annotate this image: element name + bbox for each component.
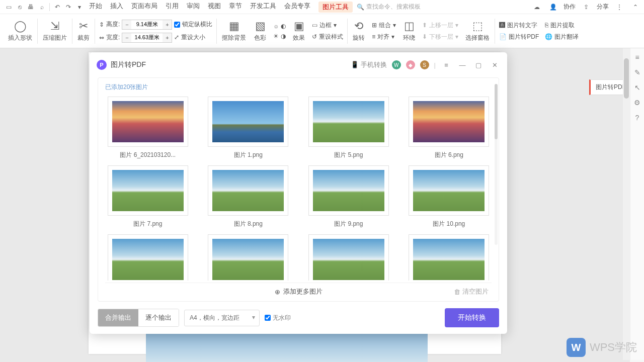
brightness-icon[interactable]: ☼ xyxy=(273,23,279,30)
print-preview-icon[interactable]: ⎋ xyxy=(14,2,25,13)
width-input[interactable]: −+ xyxy=(122,33,172,43)
collapse-icon[interactable]: ⌃ xyxy=(630,2,641,13)
right-rail: ≡ ✎ ↖ ⚙ ? xyxy=(630,48,644,360)
thumb-card[interactable]: 图片 10.png xyxy=(407,165,492,228)
wrap-button[interactable]: ◫环绕 xyxy=(399,16,419,46)
contrast-icon[interactable]: ◐ xyxy=(281,23,286,30)
dialog-scrollbar[interactable] xyxy=(495,84,498,245)
tab-image-tools[interactable]: 图片工具 xyxy=(318,2,353,13)
pic-to-pdf-button[interactable]: 📄 图片转PDF xyxy=(499,33,539,41)
border-button[interactable]: ▭ 边框 ▾ xyxy=(312,21,343,30)
thumb-card[interactable]: 图片 8.png xyxy=(206,165,291,228)
each-output-button[interactable]: 逐个输出 xyxy=(138,309,179,326)
rotate-button[interactable]: ⟲旋转 xyxy=(349,16,369,46)
tab-review[interactable]: 审阅 xyxy=(187,2,200,13)
pic-translate-button[interactable]: 🌐 图片翻译 xyxy=(545,33,579,41)
start-convert-button[interactable]: 开始转换 xyxy=(445,308,499,327)
thumb-card[interactable]: 图片 6.png xyxy=(407,97,492,159)
inc-button[interactable]: + xyxy=(163,20,172,29)
tab-view[interactable]: 视图 xyxy=(208,2,221,13)
tab-vip[interactable]: 会员专享 xyxy=(284,2,310,13)
contrast2-icon[interactable]: ◑ xyxy=(281,33,286,40)
thumb-card[interactable]: 图片 9.png xyxy=(306,165,391,228)
rail-help-icon[interactable]: ? xyxy=(635,114,639,122)
thumb-card[interactable] xyxy=(105,234,191,281)
rotate-icon: ⟲ xyxy=(354,20,363,33)
menu-icon[interactable]: ≡ xyxy=(441,61,452,69)
rail-settings-icon[interactable]: ⚙ xyxy=(634,99,640,107)
share-button[interactable]: 分享 xyxy=(597,3,609,11)
thumb-card[interactable] xyxy=(206,234,291,281)
add-icon: ⊕ xyxy=(275,288,280,296)
pic-to-text-button[interactable]: 🅰 图片转文字 xyxy=(499,21,539,30)
thumb-image xyxy=(413,101,485,142)
effect-button[interactable]: ▣效果 xyxy=(289,16,309,46)
height-field[interactable] xyxy=(131,22,163,28)
height-input[interactable]: −+ xyxy=(122,20,172,30)
move-down-button[interactable]: ⬇ 下移一层 ▾ xyxy=(422,33,458,41)
rail-collapse-icon[interactable]: ≡ xyxy=(635,53,639,61)
print-icon[interactable]: 🖶 xyxy=(25,2,36,13)
undo-icon[interactable]: ↶ xyxy=(52,2,63,13)
save-icon[interactable]: ▭ xyxy=(3,2,14,13)
merge-output-button[interactable]: 合并输出 xyxy=(98,309,138,326)
minimize-icon[interactable]: — xyxy=(457,61,468,69)
lock-ratio-checkbox[interactable] xyxy=(174,22,180,28)
cloud-icon[interactable]: ☁ xyxy=(531,2,542,13)
search-box[interactable]: 🔍 查找命令、搜索模板 xyxy=(357,3,421,11)
mobile-convert-button[interactable]: 📱 手机转换 xyxy=(351,60,387,69)
reset-size-button[interactable]: ⤢ 重设大小 xyxy=(174,33,205,42)
thumb-card[interactable] xyxy=(306,234,391,281)
redo-icon[interactable]: ↷ xyxy=(63,2,74,13)
rail-cursor-icon[interactable]: ↖ xyxy=(634,83,640,92)
more-icon[interactable]: ⋮ xyxy=(614,2,625,13)
vertical-scrollbar[interactable] xyxy=(623,48,630,360)
tab-ref[interactable]: 引用 xyxy=(166,2,179,13)
close-icon[interactable]: ✕ xyxy=(489,61,500,69)
thumb-card[interactable] xyxy=(407,234,492,281)
thumb-card[interactable]: 图片 7.png xyxy=(105,165,191,228)
thumb-name: 图片 10.png xyxy=(433,220,465,228)
width-field[interactable] xyxy=(131,35,163,41)
tab-insert[interactable]: 插入 xyxy=(110,2,123,13)
tab-chapter[interactable]: 章节 xyxy=(229,2,242,13)
tab-layout[interactable]: 页面布局 xyxy=(131,2,157,13)
thumb-name: 图片 6_202103120... xyxy=(120,151,176,159)
document-image[interactable] xyxy=(146,332,428,362)
move-up-button[interactable]: ⬆ 上移一层 ▾ xyxy=(422,21,458,30)
rail-pen-icon[interactable]: ✎ xyxy=(634,68,640,76)
collab-button[interactable]: 协作 xyxy=(564,3,576,11)
group-button[interactable]: ⊞ 组合 ▾ xyxy=(372,21,396,30)
compress-button[interactable]: ⇲压缩图片 xyxy=(39,16,71,46)
thumb-card[interactable]: 图片 1.png xyxy=(206,97,291,159)
align-button[interactable]: ≡ 对齐 ▾ xyxy=(372,33,396,41)
insert-shape-button[interactable]: ◯插入形状 xyxy=(4,16,36,46)
thumb-card[interactable]: 图片 5.png xyxy=(306,97,391,159)
crop-button[interactable]: ✂裁剪 xyxy=(73,16,94,46)
user-icon[interactable]: 👤 xyxy=(547,2,558,13)
select-pane-button[interactable]: ⬚选择窗格 xyxy=(461,16,494,46)
brightness2-icon[interactable]: ☀ xyxy=(273,33,279,40)
clear-images-button[interactable]: 🗑 清空图片 xyxy=(454,287,489,296)
watermark: W WPS学院 xyxy=(567,338,637,357)
add-more-button[interactable]: 添加更多图片 xyxy=(283,287,323,296)
maximize-icon[interactable]: ▢ xyxy=(473,61,484,69)
color-button[interactable]: ▧色彩 xyxy=(250,16,270,46)
page-setting-select[interactable]: A4，横向，宽边距 xyxy=(184,310,260,326)
reset-style-button[interactable]: ↺ 重设样式 xyxy=(312,33,343,41)
pic-extract-button[interactable]: ⎘ 图片提取 xyxy=(545,21,579,30)
badge1-icon: W xyxy=(392,60,401,69)
dialog-body: 已添加20张图片 图片 6_202103120...图片 1.png图片 5.p… xyxy=(98,77,499,302)
dec-button[interactable]: − xyxy=(122,33,131,42)
share-icon[interactable]: ⇪ xyxy=(581,2,592,13)
zoom-icon[interactable]: ⌕ xyxy=(36,2,47,13)
effect-icon: ▣ xyxy=(294,20,304,33)
history-dropdown-icon[interactable]: ▾ xyxy=(74,2,85,13)
thumb-card[interactable]: 图片 6_202103120... xyxy=(105,97,191,159)
tab-dev[interactable]: 开发工具 xyxy=(250,2,276,13)
inc-button[interactable]: + xyxy=(163,33,172,42)
no-watermark-checkbox[interactable]: 无水印 xyxy=(265,314,291,322)
dec-button[interactable]: − xyxy=(122,20,131,29)
remove-bg-button[interactable]: ▦抠除背景 xyxy=(218,16,250,46)
tab-start[interactable]: 开始 xyxy=(89,2,102,13)
